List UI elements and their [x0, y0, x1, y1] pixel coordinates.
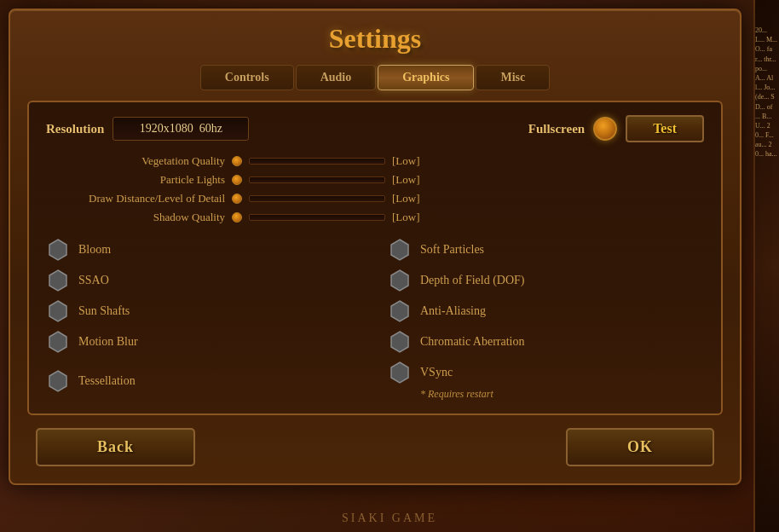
particle-label: Particle Lights [46, 173, 225, 187]
vegetation-slider[interactable] [249, 158, 385, 165]
toggle-sun-shafts: Sun Shafts [46, 299, 362, 323]
resolution-input[interactable] [113, 117, 249, 141]
toggle-soft-particles: Soft Particles [388, 238, 704, 262]
shadow-label: Shadow Quality [46, 211, 225, 224]
settings-dialog: Settings Controls Audio Graphics Misc Re… [9, 9, 741, 485]
toggle-motion-blur: Motion Blur [46, 330, 362, 354]
toggle-tessellation: Tessellation [46, 361, 362, 401]
soft-particles-toggle[interactable] [388, 238, 412, 262]
motion-blur-toggle[interactable] [46, 330, 70, 354]
svg-marker-9 [391, 362, 408, 383]
vsync-toggle[interactable] [388, 361, 412, 385]
settings-title: Settings [27, 23, 723, 55]
fullscreen-toggle[interactable] [593, 117, 617, 141]
resolution-row: Resolution Fullscreen Test [46, 115, 704, 142]
ok-button[interactable]: OK [566, 428, 714, 466]
sun-shafts-label: Sun Shafts [78, 304, 130, 318]
quality-row-shadow: Shadow Quality [Low] [46, 211, 704, 224]
content-box: Resolution Fullscreen Test Vegetation Qu… [27, 101, 723, 415]
draw-slider[interactable] [249, 195, 385, 202]
svg-marker-1 [391, 240, 408, 260]
resolution-left: Resolution [46, 117, 249, 141]
quality-rows: Vegetation Quality [Low] Particle Lights… [46, 154, 704, 224]
resolution-right: Fullscreen Test [528, 115, 704, 142]
svg-marker-4 [49, 301, 66, 321]
quality-row-vegetation: Vegetation Quality [Low] [46, 154, 704, 168]
requires-restart-text: * Requires restart [388, 388, 704, 401]
quality-row-particle: Particle Lights [Low] [46, 173, 704, 187]
vegetation-value: [Low] [392, 154, 420, 168]
shadow-value: [Low] [392, 211, 420, 224]
tab-controls[interactable]: Controls [200, 65, 294, 90]
chromatic-aberration-label: Chromatic Aberration [420, 335, 524, 349]
toggle-vsync: VSync [388, 361, 704, 385]
dof-toggle[interactable] [388, 269, 412, 292]
svg-marker-5 [391, 301, 408, 321]
right-panel-text: 20... L... M... O... far... thr... po...… [755, 26, 777, 159]
svg-marker-7 [391, 332, 408, 352]
svg-marker-0 [49, 240, 66, 260]
ssao-label: SSAO [78, 274, 109, 287]
draw-label: Draw Distance/Level of Detail [46, 192, 225, 205]
tabs-row: Controls Audio Graphics Misc [27, 65, 723, 90]
resolution-label: Resolution [46, 122, 104, 136]
motion-blur-label: Motion Blur [78, 335, 138, 349]
bloom-toggle[interactable] [46, 238, 70, 262]
anti-aliasing-toggle[interactable] [388, 299, 412, 323]
tab-graphics[interactable]: Graphics [378, 65, 474, 90]
toggle-dof: Depth of Field (DOF) [388, 269, 704, 292]
soft-particles-label: Soft Particles [420, 243, 484, 257]
toggle-anti-aliasing: Anti-Aliasing [388, 299, 704, 323]
tab-misc[interactable]: Misc [476, 65, 550, 90]
anti-aliasing-label: Anti-Aliasing [420, 304, 486, 318]
toggle-chromatic-aberration: Chromatic Aberration [388, 330, 704, 354]
back-button[interactable]: Back [36, 428, 195, 466]
svg-marker-3 [391, 270, 408, 291]
fullscreen-label: Fullscreen [528, 122, 585, 136]
dof-label: Depth of Field (DOF) [420, 274, 525, 287]
quality-row-draw: Draw Distance/Level of Detail [Low] [46, 192, 704, 205]
chromatic-aberration-toggle[interactable] [388, 330, 412, 354]
ssao-toggle[interactable] [46, 269, 70, 292]
svg-marker-2 [49, 270, 66, 291]
test-button[interactable]: Test [626, 115, 704, 142]
right-panel: 20... L... M... O... far... thr... po...… [753, 0, 779, 532]
bottom-buttons: Back OK [27, 428, 723, 466]
tab-audio[interactable]: Audio [296, 65, 377, 90]
particle-slider[interactable] [249, 176, 385, 183]
vsync-section: VSync * Requires restart [388, 361, 704, 401]
vegetation-label: Vegetation Quality [46, 154, 225, 168]
sun-shafts-toggle[interactable] [46, 299, 70, 323]
shadow-dot [232, 212, 242, 223]
toggles-grid: Bloom Soft Particles SSAO [46, 238, 704, 401]
toggle-ssao: SSAO [46, 269, 362, 292]
shadow-slider[interactable] [249, 214, 385, 221]
svg-marker-8 [49, 371, 66, 391]
tessellation-toggle[interactable] [46, 369, 70, 393]
particle-dot [232, 175, 242, 185]
vegetation-dot [232, 156, 242, 166]
draw-value: [Low] [392, 192, 420, 205]
toggle-bloom: Bloom [46, 238, 362, 262]
footer-text: SIAKI GAME [342, 512, 437, 525]
svg-marker-6 [49, 332, 66, 352]
particle-value: [Low] [392, 173, 420, 187]
draw-dot [232, 194, 242, 204]
tessellation-label: Tessellation [78, 374, 136, 388]
vsync-label: VSync [420, 366, 453, 379]
bloom-label: Bloom [78, 243, 111, 257]
